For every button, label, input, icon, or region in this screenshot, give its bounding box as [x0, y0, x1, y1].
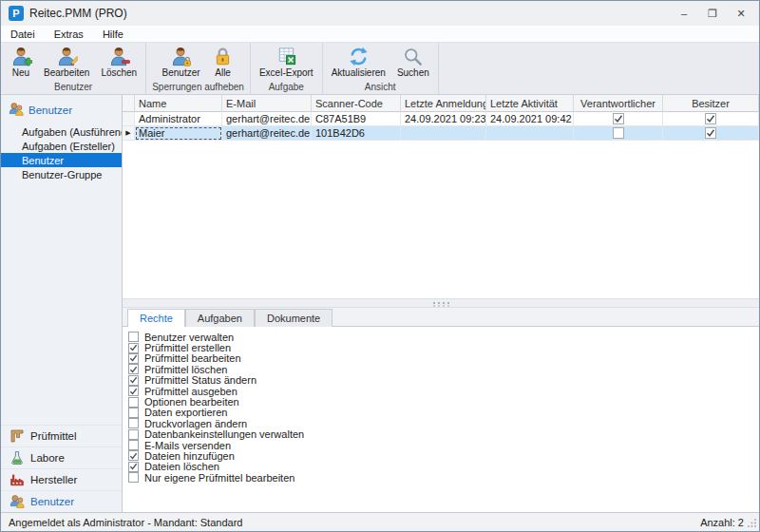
toolbar-button-aktualisieren[interactable]: Aktualisieren	[327, 44, 390, 79]
column-header-name[interactable]: Name	[135, 95, 222, 112]
minimize-button[interactable]: –	[670, 3, 698, 24]
column-header-verantwortlicher[interactable]: Verantwortlicher	[574, 95, 663, 112]
column-header-letzte-anmeldung[interactable]: Letzte Anmeldung	[401, 95, 486, 112]
column-header-letzte-aktivitat[interactable]: Letzte Aktivität	[486, 95, 574, 112]
cell-activity[interactable]	[486, 126, 574, 141]
menu-bar: DateiExtrasHilfe	[1, 26, 759, 42]
cell-scanner[interactable]: 101B42D6	[312, 126, 401, 141]
sidebar-item-aufgaben-ausfuhrender[interactable]: Aufgaben (Ausführender)	[1, 124, 122, 139]
permission-label: Prüfmittel Status ändern	[144, 374, 256, 386]
toolbar-button-alle[interactable]: Alle	[207, 44, 239, 79]
permission-checkbox[interactable]	[128, 429, 139, 440]
users-table: NameE-MailScanner-CodeLetzte AnmeldungLe…	[123, 95, 759, 298]
permission-checkbox[interactable]	[128, 386, 139, 396]
resize-grip-icon[interactable]	[748, 518, 757, 527]
toolbar-button-suchen[interactable]: Suchen	[392, 44, 434, 79]
permission-checkbox[interactable]	[128, 408, 139, 418]
maximize-button[interactable]: ❐	[698, 3, 727, 24]
toolbar-group-sperrungen-aufheben: BenutzerAlleSperrungen aufheben	[146, 43, 251, 94]
permission-checkbox[interactable]	[128, 462, 139, 472]
tab-aufgaben[interactable]: Aufgaben	[185, 309, 255, 327]
permission-item: Benutzer verwalten	[128, 332, 759, 342]
toolbar-button-benutzer[interactable]: Benutzer	[158, 44, 205, 79]
refresh-icon	[347, 45, 370, 67]
sidebar-nav-labore[interactable]: Labore	[1, 446, 122, 468]
toolbar-group-caption: Aufgabe	[255, 81, 318, 94]
permission-checkbox[interactable]	[128, 450, 139, 461]
responsible-checkbox[interactable]	[613, 113, 624, 124]
toolbar-button-label: Excel-Export	[259, 67, 314, 78]
permission-label: Dateien löschen	[144, 461, 219, 472]
owner-checkbox[interactable]	[705, 127, 716, 139]
excel-icon	[275, 45, 297, 67]
sidebar-nav-label: Prüfmittel	[30, 430, 77, 442]
caliper-icon	[10, 428, 25, 444]
column-header-e-mail[interactable]: E-Mail	[222, 95, 312, 112]
cell-email[interactable]: gerhart@reitec.de	[222, 112, 312, 126]
tab-dokumente[interactable]: Dokumente	[255, 309, 332, 327]
permission-checkbox[interactable]	[128, 440, 139, 450]
current-row-arrow-icon: ▶	[125, 129, 130, 137]
permission-label: Prüfmittel ausgeben	[144, 386, 238, 397]
row-indicator	[123, 112, 135, 126]
permission-label: Prüfmittel bearbeiten	[144, 352, 241, 364]
column-header-scanner-code[interactable]: Scanner-Code	[312, 95, 401, 112]
app-icon: P	[9, 6, 24, 21]
splitter-handle[interactable]	[123, 298, 759, 308]
table-row[interactable]: Administratorgerhart@reitec.deC87A51B924…	[123, 112, 759, 126]
toolbar-button-label: Aktualisieren	[332, 67, 386, 78]
user-remove-icon	[107, 45, 130, 67]
cell-login[interactable]	[401, 126, 486, 141]
owner-checkbox[interactable]	[705, 113, 716, 124]
menu-hilfe[interactable]: Hilfe	[103, 28, 124, 40]
user-unlock-icon	[170, 45, 193, 67]
toolbar-button-label: Benutzer	[162, 67, 200, 78]
menu-datei[interactable]: Datei	[10, 28, 35, 40]
responsible-checkbox[interactable]	[613, 127, 624, 139]
toolbar-button-label: Alle	[215, 67, 231, 78]
cell-login[interactable]: 24.09.2021 09:23	[401, 112, 486, 126]
permission-item: Prüfmittel Status ändern	[128, 375, 759, 386]
permission-label: Datenbankeinstellungen verwalten	[144, 428, 304, 440]
column-header-besitzer[interactable]: Besitzer	[663, 95, 759, 112]
menu-extras[interactable]: Extras	[54, 28, 84, 40]
sidebar-nav-prufmittel[interactable]: Prüfmittel	[1, 425, 122, 446]
sidebar-nav-benutzer[interactable]: Benutzer	[1, 490, 122, 512]
permission-checkbox[interactable]	[128, 397, 139, 408]
toolbar-button-loschen[interactable]: Löschen	[96, 44, 142, 79]
close-button[interactable]: ✕	[727, 3, 755, 24]
permission-checkbox[interactable]	[128, 353, 139, 364]
toolbar-button-excel-export[interactable]: Excel-Export	[255, 44, 318, 79]
permission-item: Nur eigene Prüfmittel bearbeiten	[128, 472, 759, 483]
sidebar-item-benutzer-gruppe[interactable]: Benutzer-Gruppe	[1, 167, 122, 181]
cell-email[interactable]: gerhart@reitec.de	[222, 126, 312, 141]
toolbar-button-bearbeiten[interactable]: Bearbeiten	[39, 44, 94, 79]
sidebar-item-aufgaben-ersteller[interactable]: Aufgaben (Ersteller)	[1, 139, 122, 153]
toolbar-button-label: Bearbeiten	[44, 67, 89, 78]
window-title: Reitec.PMM (PRO)	[29, 7, 127, 20]
permission-checkbox[interactable]	[128, 364, 139, 374]
cell-name[interactable]: Maier	[135, 126, 222, 141]
cell-scanner[interactable]: C87A51B9	[312, 112, 401, 126]
permission-checkbox[interactable]	[128, 472, 139, 483]
permission-label: Benutzer verwalten	[144, 332, 234, 343]
permission-checkbox[interactable]	[128, 375, 139, 386]
cell-owner	[663, 112, 759, 126]
permission-label: Prüfmittel löschen	[144, 364, 227, 375]
status-count: Anzahl: 2	[700, 517, 744, 528]
table-row[interactable]: ▶Maiergerhart@reitec.de101B42D6	[123, 126, 759, 141]
permission-label: Druckvorlagen ändern	[144, 418, 247, 429]
user-edit-icon	[55, 45, 78, 67]
permission-checkbox[interactable]	[128, 332, 139, 342]
cell-activity[interactable]: 24.09.2021 09:42	[486, 112, 574, 126]
cell-name[interactable]: Administrator	[135, 112, 222, 126]
sidebar-item-benutzer[interactable]: Benutzer	[1, 153, 122, 167]
permission-checkbox[interactable]	[128, 418, 139, 428]
toolbar-button-neu[interactable]: Neu	[5, 44, 37, 79]
row-indicator: ▶	[123, 126, 135, 141]
tab-rechte[interactable]: Rechte	[127, 309, 185, 327]
users-icon	[9, 102, 24, 119]
sidebar-nav-hersteller[interactable]: Hersteller	[1, 468, 122, 490]
permission-checkbox[interactable]	[128, 343, 139, 353]
permission-item: Prüfmittel löschen	[128, 364, 759, 374]
